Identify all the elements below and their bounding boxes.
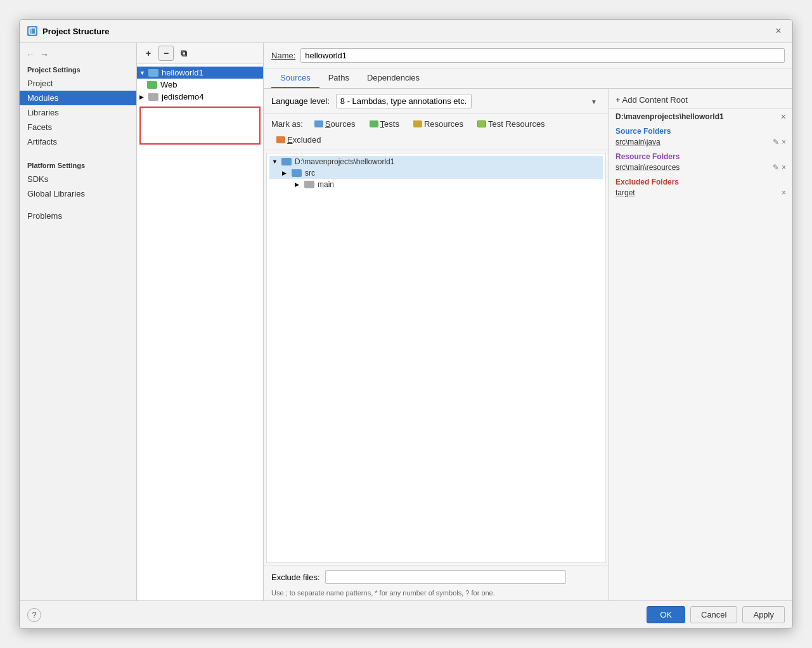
forward-arrow[interactable]: → (39, 48, 50, 61)
module-panel: + − ⧉ ▼ helloworld1 Web ▶ (137, 43, 264, 600)
module-tree: ▼ helloworld1 Web ▶ jedisdemo4 (137, 64, 263, 600)
tests-folder-icon (370, 120, 378, 127)
tabs-bar: Sources Paths Dependencies (264, 68, 792, 89)
excluded-folders-section: Excluded Folders target × (609, 175, 792, 200)
source-folder-path: src\main\java (615, 138, 661, 146)
close-button[interactable]: × (772, 25, 785, 37)
mark-test-resources-button[interactable]: Test Resources (472, 118, 550, 130)
source-folders-title: Source Folders (615, 127, 786, 136)
back-arrow[interactable]: ← (25, 48, 36, 61)
resource-folder-remove-button[interactable]: × (782, 163, 786, 172)
mark-resources-button[interactable]: Resources (408, 118, 468, 130)
excluded-folder-path-row: target × (615, 188, 786, 198)
module-toolbar: + − ⧉ (137, 43, 263, 64)
source-folder-remove-button[interactable]: × (782, 138, 786, 146)
mark-as-label: Mark as: (271, 119, 303, 129)
ok-button[interactable]: OK (647, 606, 685, 623)
excluded-folder-remove-button[interactable]: × (782, 188, 786, 197)
select-arrow-icon: ▼ (591, 98, 597, 105)
excluded-folder-path: target (615, 188, 635, 197)
module-item-jedisdemo4[interactable]: ▶ jedisdemo4 (137, 91, 263, 103)
module-label-jedisdemo4: jedisdemo4 (162, 92, 204, 101)
sidebar-item-problems[interactable]: Problems (20, 209, 136, 223)
ftree-folder-main (304, 181, 314, 188)
title-bar: Project Structure × (20, 20, 792, 43)
mark-excluded-button[interactable]: Excluded (271, 134, 326, 146)
name-label: Name: (271, 51, 295, 60)
sources-area: Language level: 8 - Lambdas, type annota… (264, 89, 609, 600)
collapse-arrow-helloworld1: ▼ (139, 70, 147, 76)
module-label-helloworld1: helloworld1 (162, 68, 203, 77)
copy-module-button[interactable]: ⧉ (176, 46, 191, 61)
root-path-label: D:\mavenprojects\helloworld1 (615, 112, 724, 121)
sidebar-item-artifacts[interactable]: Artifacts (20, 134, 136, 149)
remove-module-button[interactable]: − (158, 46, 174, 61)
folder-icon-jedisdemo4 (148, 93, 158, 101)
cancel-button[interactable]: Cancel (690, 606, 737, 623)
ftree-label-src: src (305, 169, 315, 178)
empty-highlight-box (139, 107, 261, 145)
app-icon (27, 26, 37, 36)
mark-sources-label: Sources (325, 119, 356, 129)
folder-icon-helloworld1 (148, 69, 158, 77)
tab-sources[interactable]: Sources (271, 68, 319, 88)
exclude-hint: Use ; to separate name patterns, * for a… (264, 588, 609, 600)
add-content-root-button[interactable]: + Add Content Root (609, 91, 792, 109)
excluded-folder-icon (276, 136, 285, 143)
resource-folder-path-row: src\main\resources ✎ × (615, 162, 786, 172)
collapse-arrow-jedisdemo4: ▶ (139, 94, 147, 100)
resource-folder-path: src\main\resources (615, 163, 680, 172)
main-content: ← → Project Settings Project Modules Lib… (20, 43, 792, 600)
ftree-folder-src (292, 169, 302, 177)
module-item-web[interactable]: Web (137, 79, 263, 91)
exclude-files-input[interactable] (325, 570, 566, 584)
ftree-item-root[interactable]: ▼ D:\mavenprojects\helloworld1 (269, 156, 603, 167)
sidebar-item-libraries[interactable]: Libraries (20, 105, 136, 120)
sources-folder-icon (314, 120, 323, 127)
mark-sources-button[interactable]: Sources (309, 118, 361, 130)
ftree-label-main: main (318, 180, 334, 189)
help-button[interactable]: ? (27, 608, 41, 622)
ftree-item-src[interactable]: ▶ src (269, 167, 603, 179)
source-folder-path-row: src\main\java ✎ × (615, 137, 786, 147)
ftree-arrow-src: ▶ (282, 170, 290, 176)
exclude-files-bar: Exclude files: (264, 566, 609, 588)
exclude-files-label: Exclude files: (271, 573, 320, 582)
mark-resources-label: Resources (424, 119, 463, 129)
project-structure-dialog: Project Structure × ← → Project Settings… (19, 19, 793, 629)
tab-paths[interactable]: Paths (319, 68, 358, 88)
add-module-button[interactable]: + (141, 46, 156, 61)
mark-excluded-label: Excluded (287, 135, 321, 145)
name-bar: Name: (264, 43, 792, 68)
root-path-close-button[interactable]: × (781, 112, 786, 122)
module-label-web: Web (160, 80, 177, 89)
sidebar-item-global-libraries[interactable]: Global Libraries (20, 186, 136, 201)
language-level-bar: Language level: 8 - Lambdas, type annota… (264, 89, 609, 114)
excluded-folder-actions: × (782, 188, 786, 197)
resource-folders-section: Resource Folders src\main\resources ✎ × (609, 150, 792, 175)
roots-panel: + Add Content Root D:\mavenprojects\hell… (609, 89, 792, 600)
folder-icon-web (147, 81, 157, 89)
bottom-buttons: OK Cancel Apply (647, 606, 785, 623)
ftree-label-root: D:\mavenprojects\helloworld1 (295, 157, 394, 166)
ftree-arrow-root: ▼ (272, 159, 280, 165)
module-name-input[interactable] (300, 48, 785, 63)
sidebar-item-project[interactable]: Project (20, 76, 136, 91)
platform-settings-label: Platform Settings (20, 157, 136, 172)
sidebar-item-sdks[interactable]: SDKs (20, 172, 136, 186)
mark-as-bar: Mark as: Sources Tests Resources (264, 114, 609, 150)
right-panel: Name: Sources Paths Dependencies Languag… (264, 43, 792, 600)
sidebar-item-modules[interactable]: Modules (20, 91, 136, 105)
mark-tests-button[interactable]: Tests (364, 118, 404, 130)
apply-button[interactable]: Apply (742, 606, 785, 623)
language-level-select[interactable]: 8 - Lambdas, type annotations etc. (336, 94, 472, 108)
ftree-folder-root (281, 158, 292, 165)
tab-dependencies[interactable]: Dependencies (358, 68, 429, 88)
module-item-helloworld1[interactable]: ▼ helloworld1 (137, 67, 263, 79)
ftree-item-main[interactable]: ▶ main (269, 179, 603, 190)
title-bar-left: Project Structure (27, 26, 109, 36)
sidebar-item-facets[interactable]: Facets (20, 120, 136, 134)
source-folder-edit-button[interactable]: ✎ (773, 138, 779, 146)
resource-folder-edit-button[interactable]: ✎ (773, 163, 779, 172)
bottom-bar: ? OK Cancel Apply (20, 600, 792, 628)
